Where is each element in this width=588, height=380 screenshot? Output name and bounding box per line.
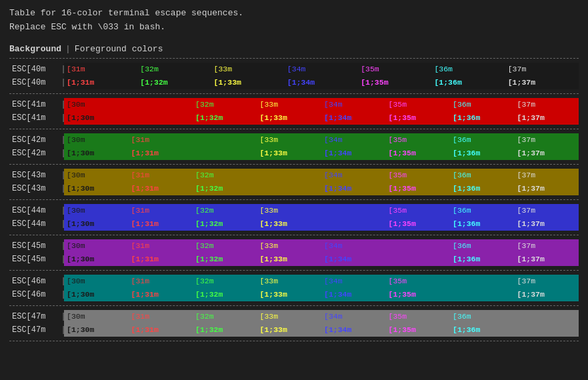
label-45-normal: ESC[45m [9,239,63,253]
label-40-bold: ESC[40m [9,76,63,89]
cell-43-bold-3 [257,182,322,195]
cell-44-normal-3: [33m [257,204,322,217]
label-44-bold: ESC[44m [9,217,63,231]
label-46-bold: ESC[46m [9,288,63,301]
cell-47-bold-0: [1;30m [64,323,129,337]
cell-45-bold-4: [1;34m [321,253,386,266]
cell-42-bold-3: [1;33m [257,147,322,160]
label-47-bold: ESC[47m [9,323,63,337]
cell-46-normal-4: [34m [321,275,386,288]
cell-47-bold-3: [1;33m [257,323,322,337]
cell-47-bold-5: [1;35m [386,323,451,337]
cell-46-bold-2: [1;32m [193,288,257,301]
intro-line2: Replace ESC with \033 in bash. [9,21,579,35]
cell-42-normal-3: [33m [257,133,322,147]
table-header: Background | Foreground colors [9,44,579,54]
cell-47-normal-6: [36m [450,310,515,323]
color-block-46-bold: [1;30m[1;31m[1;32m[1;33m[1;34m[1;35m[1;3… [64,288,579,301]
cell-47-normal-5: [35m [386,310,451,323]
cell-41-bold-2: [1;32m [193,111,257,125]
color-block-46-normal: [30m[31m[32m[33m[34m[35m[37m [64,275,579,288]
cell-44-bold-2: [1;32m [193,217,257,231]
color-row-47-bold: ESC[47m|[1;30m[1;31m[1;32m[1;33m[1;34m[1… [9,323,579,337]
color-block-44-bold: [1;30m[1;31m[1;32m[1;33m[1;35m[1;36m[1;3… [64,217,579,231]
cell-42-normal-0: [30m [64,133,129,147]
color-row-40-normal: ESC[40m|[31m[32m[33m[34m[35m[36m[37m [9,63,579,76]
cell-44-normal-2: [32m [193,204,257,217]
cell-45-bold-5 [386,253,451,266]
cell-47-bold-4: [1;34m [321,323,386,337]
cell-46-normal-2: [32m [193,275,257,288]
color-block-42-normal: [30m[31m[33m[34m[35m[36m[37m [64,133,579,147]
label-43-bold: ESC[43m [9,182,63,195]
cell-40-bold-2: [1;33m [211,76,285,89]
cell-40-normal-4: [35m [358,63,431,76]
color-table: ESC[40m|[31m[32m[33m[34m[35m[36m[37mESC[… [9,63,579,337]
cell-40-bold-0: [1;31m [64,76,137,89]
label-46-normal: ESC[46m [9,275,63,288]
cell-42-normal-1: [31m [129,133,193,147]
cell-42-normal-5: [35m [386,133,451,147]
top-divider [9,58,579,59]
cell-46-bold-0: [1;30m [64,288,129,301]
cell-45-normal-5 [386,239,451,253]
cell-42-normal-2 [193,133,257,147]
color-block-47-normal: [30m[31m[32m[33m[34m[35m[36m [64,310,579,323]
cell-46-normal-3: [33m [257,275,322,288]
cell-47-normal-2: [32m [193,310,257,323]
cell-40-bold-6: [1;37m [505,76,579,89]
cell-44-bold-6: [1;36m [450,217,515,231]
cell-43-bold-5: [1;35m [386,182,451,195]
cell-42-bold-7: [1;37m [515,147,579,160]
cell-41-bold-6: [1;36m [450,111,515,125]
cell-40-bold-4: [1;35m [358,76,431,89]
cell-46-normal-5: [35m [386,275,451,288]
cell-43-bold-0: [1;30m [64,182,129,195]
label-41-bold: ESC[41m [9,111,63,125]
cell-41-bold-7: [1;37m [515,111,579,125]
cell-47-normal-0: [30m [64,310,129,323]
cell-41-bold-3: [1;33m [257,111,322,125]
cell-41-bold-4: [1;34m [321,111,386,125]
cell-43-normal-3 [257,169,322,182]
divider-41 [9,129,579,129]
cell-44-normal-6: [36m [450,204,515,217]
divider-42 [9,164,579,165]
cell-42-bold-5: [1;35m [386,147,451,160]
cell-45-bold-2: [1;32m [193,253,257,266]
label-40-normal: ESC[40m [9,63,63,76]
color-row-41-normal: ESC[41m|[30m[32m[33m[34m[35m[36m[37m [9,98,579,111]
label-43-normal: ESC[43m [9,169,63,182]
cell-43-bold-1: [1;31m [129,182,193,195]
cell-46-bold-7: [1;37m [515,288,579,301]
cell-42-bold-0: [1;30m [64,147,129,160]
cell-47-normal-3: [33m [257,310,322,323]
color-block-42-bold: [1;30m[1;31m[1;33m[1;34m[1;35m[1;36m[1;3… [64,147,579,160]
cell-46-normal-7: [37m [515,275,579,288]
cell-45-normal-3: [33m [257,239,322,253]
cell-45-bold-1: [1;31m [129,253,193,266]
cell-41-normal-3: [33m [257,98,322,111]
cell-43-bold-4: [1;34m [321,182,386,195]
cell-40-normal-2: [33m [211,63,285,76]
cell-44-bold-7: [1;37m [515,217,579,231]
color-block-44-normal: [30m[31m[32m[33m[35m[36m[37m [64,204,579,217]
cell-42-normal-6: [36m [450,133,515,147]
color-row-44-normal: ESC[44m|[30m[31m[32m[33m[35m[36m[37m [9,204,579,217]
cell-45-normal-0: [30m [64,239,129,253]
color-row-46-normal: ESC[46m|[30m[31m[32m[33m[34m[35m[37m [9,275,579,288]
cell-42-bold-6: [1;36m [450,147,515,160]
cell-44-normal-4 [321,204,386,217]
cell-41-normal-4: [34m [321,98,386,111]
intro-block: Table for 16-color terminal escape seque… [9,7,579,35]
cell-42-bold-2 [193,147,257,160]
label-42-normal: ESC[42m [9,133,63,147]
cell-45-bold-7: [1;37m [515,253,579,266]
cell-45-normal-4: [34m [321,239,386,253]
label-41-normal: ESC[41m [9,98,63,111]
cell-45-bold-0: [1;30m [64,253,129,266]
cell-46-bold-6 [450,288,515,301]
divider-43 [9,199,579,200]
color-row-42-bold: ESC[42m|[1;30m[1;31m[1;33m[1;34m[1;35m[1… [9,147,579,160]
divider-40 [9,93,579,94]
